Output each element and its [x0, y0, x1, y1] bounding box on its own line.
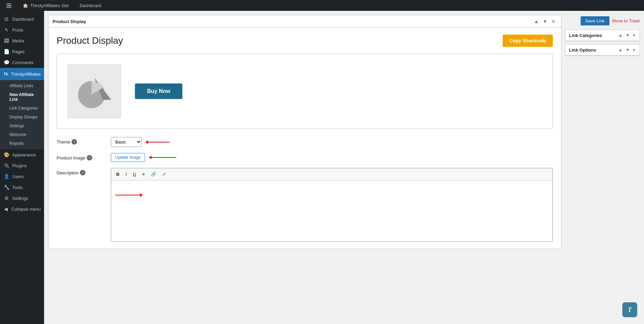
theme-label: Theme ? [57, 137, 104, 145]
wp-logo[interactable]: ⊞ [3, 0, 15, 11]
submenu-welcome[interactable]: Welcome [0, 130, 44, 139]
editor-expand-button[interactable]: ⤢ [160, 170, 168, 178]
sidebar-item-users[interactable]: 👤 Users [0, 171, 44, 182]
link-categories-header: Link Categories ▲ ▼ ▾ [566, 30, 640, 41]
editor-bold-button[interactable]: B [114, 170, 122, 178]
admin-bar: ⊞ 🏠 ThirstyAffiliates Site Dashboard [0, 0, 644, 11]
product-image-help-icon[interactable]: ? [87, 155, 92, 160]
sidebar-item-collapse[interactable]: ◀ Collapse menu [0, 204, 44, 214]
dashboard-link[interactable]: Dashboard [77, 0, 104, 11]
link-options-up-btn[interactable]: ▲ [617, 47, 623, 53]
posts-icon: ✎ [3, 27, 9, 33]
pages-icon: 📄 [3, 49, 9, 54]
sidebar-item-pages[interactable]: 📄 Pages [0, 46, 44, 57]
ta-watermark: T [622, 302, 637, 317]
link-categories-label: Link Categories [9, 106, 38, 111]
product-image-label: Product Image ? [57, 153, 104, 160]
link-categories-controls: ▲ ▼ ▾ [617, 33, 636, 38]
editor-link-button[interactable]: 🔗 [148, 170, 159, 178]
link-options-down-btn[interactable]: ▼ [625, 47, 631, 53]
new-affiliate-link-label: New Affiliate Link [9, 92, 34, 102]
image-arrow-area [149, 157, 176, 158]
link-options-metabox: Link Options ▲ ▼ ▾ [565, 44, 640, 56]
theme-control: Basic Standard Minimal [111, 137, 553, 147]
metabox-collapse-up-btn[interactable]: ▲ [532, 18, 540, 25]
users-icon: 👤 [3, 174, 9, 179]
home-icon: 🏠 [23, 3, 28, 8]
submenu-affiliate-links[interactable]: Affiliate Links [0, 81, 44, 90]
submenu-reports[interactable]: Reports [0, 139, 44, 148]
save-link-button[interactable]: Save Link [581, 16, 609, 25]
theme-arrow-area [146, 142, 169, 142]
description-editor: B I U ≡ 🔗 ⤢ [111, 168, 553, 242]
right-panel: Save Link Move to Trash Link Categories … [565, 15, 640, 320]
sidebar-label-collapse: Collapse menu [11, 207, 41, 212]
update-image-button[interactable]: Update Image [111, 153, 145, 162]
sidebar-item-dashboard[interactable]: ⊟ Dashboard [0, 14, 44, 24]
content-area: Product Display ▲ ▼ ✕ Product Display Co… [44, 11, 644, 324]
product-image-preview [67, 64, 121, 118]
submenu-new-affiliate-link[interactable]: New Affiliate Link [0, 90, 44, 104]
sidebar-item-thirstyaffiliates[interactable]: TA ThirstyAffiliates [0, 68, 44, 80]
link-categories-expand-btn[interactable]: ▾ [632, 33, 636, 38]
image-arrow-head [149, 156, 152, 159]
editor-underline-button[interactable]: U [130, 170, 138, 178]
metabox-collapse-down-btn[interactable]: ▼ [541, 18, 549, 25]
theme-select[interactable]: Basic Standard Minimal [111, 137, 142, 147]
reports-label: Reports [9, 141, 24, 146]
sidebar-label-ta: ThirstyAffiliates [11, 72, 41, 77]
sidebar-item-tools[interactable]: 🔧 Tools [0, 182, 44, 193]
sidebar-item-posts[interactable]: ✎ Posts [0, 24, 44, 35]
welcome-label: Welcome [9, 132, 26, 137]
sidebar: ⊟ Dashboard ✎ Posts 🖼 Media 📄 Pages 💬 Co… [0, 11, 44, 324]
affiliate-links-label: Affiliate Links [9, 83, 33, 88]
sidebar-label-media: Media [12, 38, 24, 43]
site-name[interactable]: 🏠 ThirstyAffiliates Site [20, 0, 72, 11]
theme-arrow-head [145, 140, 148, 144]
sidebar-item-settings-wp[interactable]: ⚙ Settings [0, 193, 44, 204]
link-options-header: Link Options ▲ ▼ ▾ [566, 44, 640, 56]
metabox-controls: ▲ ▼ ✕ [532, 18, 557, 25]
metabox-close-btn[interactable]: ✕ [550, 18, 557, 25]
theme-row: Theme ? Basic Standard Minimal [57, 137, 553, 147]
theme-arrow-line [146, 142, 169, 142]
sidebar-item-appearance[interactable]: 🎨 Appearance [0, 149, 44, 160]
link-categories-metabox: Link Categories ▲ ▼ ▾ [565, 30, 640, 41]
link-categories-up-btn[interactable]: ▲ [617, 33, 623, 38]
editor-toolbar: B I U ≡ 🔗 ⤢ [111, 168, 552, 180]
editor-italic-button[interactable]: I [123, 170, 129, 178]
editor-list-button[interactable]: ≡ [140, 170, 147, 178]
sidebar-label-posts: Posts [12, 27, 23, 33]
link-icon: 🔗 [151, 172, 156, 177]
copy-shortcode-button[interactable]: Copy Shortcode [503, 35, 553, 47]
submenu-link-categories[interactable]: Link Categories [0, 104, 44, 113]
link-options-expand-btn[interactable]: ▾ [632, 47, 636, 53]
sidebar-item-plugins[interactable]: 🔌 Plugins [0, 160, 44, 171]
description-help-icon[interactable]: ? [80, 170, 85, 175]
image-arrow-line [149, 157, 176, 158]
product-image-row: Product Image ? Update Image [57, 153, 553, 162]
submenu-display-groups[interactable]: Display Groups [0, 113, 44, 121]
plugins-icon: 🔌 [3, 163, 9, 168]
link-categories-down-btn[interactable]: ▼ [625, 33, 631, 38]
sidebar-label-users: Users [12, 174, 24, 179]
metabox-title: Product Display [53, 19, 86, 24]
tools-icon: 🔧 [3, 185, 9, 190]
preview-area: Buy Now [57, 54, 553, 129]
sidebar-submenu: Affiliate Links New Affiliate Link Link … [0, 80, 44, 149]
right-top-bar: Save Link Move to Trash [565, 15, 640, 27]
theme-help-icon[interactable]: ? [72, 139, 77, 145]
sidebar-item-comments[interactable]: 💬 Comments [0, 57, 44, 68]
move-to-trash-link[interactable]: Move to Trash [612, 18, 640, 23]
sidebar-label-comments: Comments [12, 60, 34, 65]
metabox-body: Product Display Copy Shortcode [48, 28, 561, 249]
submenu-settings[interactable]: Settings [0, 121, 44, 130]
sidebar-label-plugins: Plugins [12, 163, 27, 168]
editor-body[interactable] [111, 180, 552, 242]
sidebar-label-settings-wp: Settings [12, 196, 28, 201]
wp-logo-icon: ⊞ [6, 1, 12, 9]
buy-now-button[interactable]: Buy Now [135, 83, 182, 99]
link-categories-title: Link Categories [569, 33, 602, 38]
sidebar-label-pages: Pages [12, 49, 25, 54]
sidebar-item-media[interactable]: 🖼 Media [0, 35, 44, 46]
